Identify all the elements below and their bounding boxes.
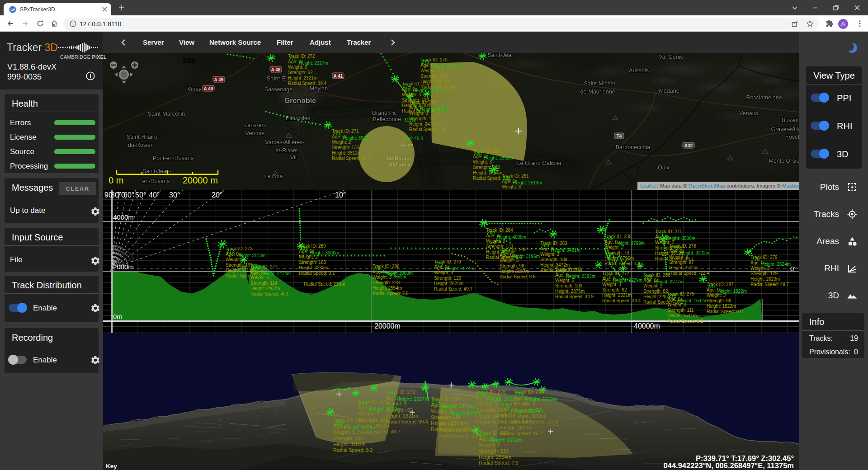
svg-text:Height: 3000m: Height: 3000m [439,427,471,432]
svg-text:Rocciamelone: Rocciamelone [746,94,782,101]
svg-text:Gravère: Gravère [771,126,791,132]
svg-text:280: 280 [480,432,489,439]
svg-text:Height: 1542m: Height: 1542m [678,298,708,303]
svg-text:Saint-E: Saint-E [267,75,286,82]
svg-text:278: 278 [515,391,524,398]
svg-text:2000m: 2000m [113,263,134,271]
svg-text:20000m: 20000m [374,322,401,330]
svg-text:Height: 2624m: Height: 2624m [511,408,543,414]
svg-text:Radial Speed: 9.2: Radial Speed: 9.2 [333,447,373,453]
svg-text:du-Rosier: du-Rosier [128,142,152,148]
svg-text:Venaus: Venaus [739,110,758,117]
svg-text:Focchi: Focchi [785,133,799,140]
svg-text:Strength: 129: Strength: 129 [750,271,778,276]
svg-text:Saint-Marcellin: Saint-Marcellin [148,111,185,117]
svg-text:279: 279 [421,59,429,65]
svg-text:Meylan: Meylan [310,85,328,92]
svg-text:Strength: 213: Strength: 213 [373,280,400,285]
svg-text:Modane: Modane [659,88,679,94]
svg-text:289: 289 [300,245,308,251]
svg-text:Le Gua: Le Gua [264,173,283,179]
svg-text:Height: 3000m: Height: 3000m [413,88,442,93]
svg-text:Vinay: Vinay [187,86,202,92]
svg-text:40000m: 40000m [634,322,660,330]
svg-text:Radial Speed: 39.4: Radial Speed: 39.4 [602,298,641,303]
svg-text:Height: 2552m: Height: 2552m [484,155,513,160]
svg-text:Radial Speed: 49.7: Radial Speed: 49.7 [434,287,473,291]
svg-text:10°: 10° [335,191,346,199]
svg-text:Bussoleno: Bussoleno [782,117,799,123]
svg-text:Height: 3530m: Height: 3530m [666,236,695,241]
svg-text:A 41: A 41 [334,74,343,79]
svg-text:Radial Speed: 46.7: Radial Speed: 46.7 [332,156,371,161]
svg-text:Height: 2624m: Height: 2624m [431,64,461,69]
svg-text:Strength: 129: Strength: 129 [500,419,530,424]
svg-text:20000 m: 20000 m [183,175,218,185]
svg-text:Height: 2482m: Height: 2482m [420,107,449,112]
svg-text:Height: 2623m: Height: 2623m [500,425,533,430]
svg-text:Radial Speed: 46.7: Radial Speed: 46.7 [358,429,401,434]
svg-text:Strength: 129: Strength: 129 [420,74,448,79]
svg-text:Bardonecchia: Bardonecchia [616,144,650,150]
svg-text:Grenoble: Grenoble [284,97,316,104]
svg-text:Strength: 109: Strength: 109 [540,257,567,262]
svg-text:279: 279 [501,403,510,409]
svg-text:Radial Speed: 239.4: Radial Speed: 239.4 [304,282,345,287]
svg-text:3113m: 3113m [404,118,418,122]
svg-text:Radial Speed: 5.9: Radial Speed: 5.9 [409,127,445,132]
svg-text:Height: 3491m: Height: 3491m [551,248,580,253]
svg-text:Height: 1822m: Height: 1822m [717,289,747,294]
svg-text:Height: 3196m: Height: 3196m [510,254,540,259]
svg-text:277: 277 [251,266,259,272]
svg-text:Height: 3530m: Height: 3530m [343,136,372,141]
svg-text:Height: 2554m: Height: 2554m [479,454,511,460]
svg-text:276: 276 [477,391,486,398]
svg-text:281: 281 [503,175,511,181]
svg-text:286: 286 [644,274,652,280]
svg-text:Strength: 62: Strength: 62 [288,70,313,75]
svg-text:Height: 2552m: Height: 2552m [490,437,522,443]
svg-text:4000m: 4000m [113,213,134,221]
svg-text:Strength: 97: Strength: 97 [669,260,694,265]
svg-text:60°: 60° [123,191,134,199]
svg-text:Vif: Vif [290,154,297,160]
svg-text:277: 277 [410,102,418,107]
svg-text:279: 279 [751,257,760,262]
svg-text:Height: 3283m: Height: 3283m [299,265,328,270]
svg-text:Height: 2623m: Height: 2623m [750,277,780,282]
svg-text:Height: 2623m: Height: 2623m [434,281,463,286]
svg-text:Strength: 195: Strength: 195 [226,263,253,268]
svg-text:Strength: 82: Strength: 82 [643,289,668,294]
svg-text:50°: 50° [135,191,146,199]
svg-text:Radial Speed: 44.9: Radial Speed: 44.9 [555,294,594,299]
svg-text:Monte Orsiera: Monte Orsiera [769,158,799,164]
svg-text:Radial Speed: 49.7: Radial Speed: 49.7 [750,282,789,287]
svg-text:Strength: 173: Strength: 173 [439,421,468,427]
svg-text:Height: 1541m: Height: 1541m [667,313,697,318]
svg-text:Strength: 135: Strength: 135 [332,145,359,150]
svg-text:Height: 2467m: Height: 2467m [250,286,280,291]
svg-text:Radial Speed: 6.2: Radial Speed: 6.2 [667,319,703,324]
svg-text:et-Risset: et-Risset [275,147,298,154]
svg-text:Strength: 62: Strength: 62 [602,287,627,292]
svg-text:Radial Speed: 0.0: Radial Speed: 0.0 [707,309,743,314]
svg-text:en-Royans: en-Royans [142,178,170,184]
svg-text:Height: 2321m: Height: 2321m [602,293,632,298]
svg-text:275: 275 [668,293,676,299]
svg-text:Lans-en-: Lans-en- [244,122,266,128]
svg-text:Radial Speed: 39.4: Radial Speed: 39.4 [386,419,428,424]
svg-text:Radial Speed: 9.1: Radial Speed: 9.1 [299,271,335,276]
svg-text:286: 286 [373,266,382,271]
svg-text:T4: T4 [617,134,622,139]
svg-text:Strength: 96: Strength: 96 [500,263,524,268]
svg-text:Height: 3279m: Height: 3279m [613,278,642,283]
svg-text:285: 285 [605,236,613,241]
svg-text:Radial Speed: 39 4: Radial Speed: 39 4 [288,81,327,86]
svg-text:Strength: 111: Strength: 111 [667,308,694,313]
svg-text:Height: 2321m: Height: 2321m [386,413,418,418]
svg-text:Val-Cenis: Val-Cenis [659,54,683,60]
svg-text:Height: 2375m: Height: 2375m [555,289,585,294]
svg-text:Height: 2513m: Height: 2513m [513,180,542,185]
svg-text:277: 277 [439,405,448,412]
svg-text:Saint-Michel-: Saint-Michel- [584,80,617,87]
